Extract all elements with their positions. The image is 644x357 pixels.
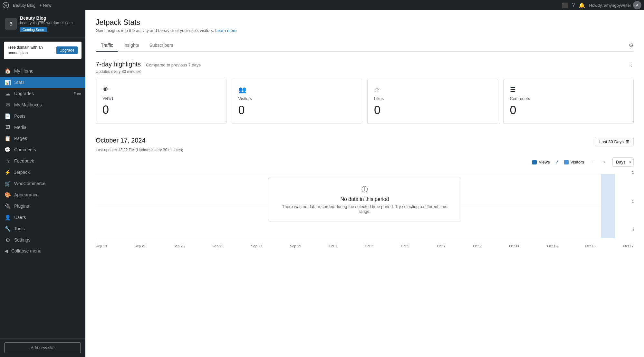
chart-section: October 17, 2024 Last 30 Days ⊞ Last upd… <box>96 137 634 248</box>
upgrades-icon: ☁ <box>5 91 11 97</box>
x-label-sep29: Sep 29 <box>290 244 301 248</box>
sidebar-item-upgrades[interactable]: ☁ Upgrades Free <box>0 88 85 99</box>
page-header: Jetpack Stats Gain insights into the act… <box>96 18 634 33</box>
comments-card-icon: ☰ <box>510 86 627 94</box>
views-value: 0 <box>102 103 220 117</box>
tab-insights[interactable]: Insights <box>118 39 144 52</box>
tools-icon: 🔧 <box>5 226 11 232</box>
x-label-oct17: Oct 17 <box>623 244 634 248</box>
wp-logo-icon[interactable]: W <box>3 2 9 8</box>
chart-y-labels: 2 1 0 <box>632 171 634 232</box>
info-icon: ⓘ <box>279 185 451 194</box>
no-data-overlay: ⓘ No data in this period There was no da… <box>268 177 461 222</box>
highlights-title: 7-day highlights <box>96 61 141 68</box>
comments-icon: 💬 <box>5 147 11 153</box>
upgrade-banner-text: Free domain with an annual plan <box>8 45 54 56</box>
sidebar-item-label: My Mailboxes <box>14 102 42 107</box>
topbar: W Beauty Blog + New ⬛ ? 🔔 Howdy, amyngby… <box>0 0 644 10</box>
sidebar-item-tools[interactable]: 🔧 Tools <box>0 223 85 234</box>
no-data-desc: There was no data recorded during the se… <box>279 204 451 214</box>
site-info: Beauty Blog beautyblog759.wordpress.com … <box>20 15 72 32</box>
topbar-user-label: Howdy, amyngbywriter <box>589 3 631 8</box>
topbar-user[interactable]: Howdy, amyngbywriter A <box>589 1 641 9</box>
likes-value: 0 <box>374 104 491 117</box>
sidebar-item-my-home[interactable]: 🏠 My Home <box>0 65 85 77</box>
tab-subscribers[interactable]: Subscribers <box>144 39 178 52</box>
comments-label: Comments <box>510 96 627 101</box>
y-label-0: 0 <box>632 228 634 232</box>
x-label-sep21: Sep 21 <box>135 244 146 248</box>
legend-visitors-label: Visitors <box>571 160 584 164</box>
sidebar-item-stats[interactable]: 📊 Stats <box>0 77 85 88</box>
svg-rect-5 <box>601 174 615 238</box>
gear-icon[interactable]: ⚙ <box>629 42 634 49</box>
help-icon[interactable]: ? <box>572 2 575 8</box>
site-url[interactable]: beautyblog759.wordpress.com <box>20 21 72 25</box>
sidebar-item-label: WooCommerce <box>14 181 45 186</box>
sidebar-item-users[interactable]: 👤 Users <box>0 212 85 223</box>
sidebar-item-label: Pages <box>14 136 27 141</box>
upgrade-button[interactable]: Upgrade <box>56 46 78 54</box>
x-label-oct1: Oct 1 <box>329 244 337 248</box>
stat-card-likes: ☆ Likes 0 <box>367 79 498 124</box>
sidebar-item-appearance[interactable]: 🎨 Appearance <box>0 189 85 201</box>
site-icon: B <box>5 18 17 30</box>
sidebar-item-label: Posts <box>14 114 25 119</box>
sidebar-nav: 🏠 My Home 📊 Stats ☁ Upgrades Free ✉ My M… <box>0 63 85 338</box>
stats-icon: 📊 <box>5 79 11 85</box>
chart-date: October 17, 2024 <box>96 137 146 144</box>
sidebar-item-label: Users <box>14 215 26 220</box>
settings-icon: ⚙ <box>5 237 11 243</box>
last-30-days-button[interactable]: Last 30 Days ⊞ <box>595 137 634 146</box>
collapse-menu-label: Collapse menu <box>11 248 41 253</box>
tabs-bar: Traffic Insights Subscribers ⚙ <box>96 39 634 52</box>
likes-label: Likes <box>374 96 491 101</box>
y-label-1: 1 <box>632 199 634 203</box>
notifications-icon[interactable]: 🔔 <box>579 2 585 8</box>
more-actions[interactable]: ⋮ <box>629 62 634 68</box>
sidebar-item-settings[interactable]: ⚙ Settings <box>0 234 85 246</box>
sidebar-item-pages[interactable]: 📋 Pages <box>0 133 85 144</box>
prev-arrow-button[interactable]: ← <box>589 158 598 166</box>
tab-traffic[interactable]: Traffic <box>96 39 118 52</box>
x-axis: Sep 19 Sep 21 Sep 23 Sep 25 Sep 27 Sep 2… <box>96 243 634 248</box>
coming-soon-badge[interactable]: Coming Soon <box>20 27 47 32</box>
collapse-menu-item[interactable]: ◀ Collapse menu <box>0 246 85 256</box>
next-arrow-button[interactable]: → <box>599 158 607 166</box>
x-label-sep23: Sep 23 <box>173 244 185 248</box>
home-icon: 🏠 <box>5 68 11 74</box>
page-title: Jetpack Stats <box>96 18 634 27</box>
upgrade-banner: Free domain with an annual plan Upgrade <box>4 42 82 59</box>
sidebar-item-jetpack[interactable]: ⚡ Jetpack <box>0 167 85 178</box>
check-icon: ✓ <box>555 160 559 165</box>
main-content: Jetpack Stats Gain insights into the act… <box>85 10 644 357</box>
topbar-site-label[interactable]: Beauty Blog <box>13 3 35 8</box>
site-name[interactable]: Beauty Blog <box>20 15 72 21</box>
x-label-oct15: Oct 15 <box>585 244 595 248</box>
x-label-sep19: Sep 19 <box>96 244 107 248</box>
sidebar-item-feedback[interactable]: ☆ Feedback <box>0 155 85 167</box>
topbar-new-button[interactable]: + New <box>39 3 51 8</box>
legend-views: Views <box>532 160 550 164</box>
posts-icon: 📄 <box>5 113 11 119</box>
sidebar-item-media[interactable]: 🖼 Media <box>0 122 85 133</box>
views-label: Views <box>102 96 220 101</box>
x-label-oct5: Oct 5 <box>401 244 409 248</box>
learn-more-link[interactable]: Learn more <box>215 28 236 33</box>
add-new-site-button[interactable]: Add new site <box>5 342 81 353</box>
sidebar-item-comments[interactable]: 💬 Comments <box>0 144 85 155</box>
chart-date-group: October 17, 2024 <box>96 137 146 144</box>
svg-text:W: W <box>4 4 7 7</box>
sidebar-item-woocommerce[interactable]: 🛒 WooCommerce <box>0 178 85 189</box>
page-subtitle: Gain insights into the activity and beha… <box>96 28 634 33</box>
days-select[interactable]: Days <box>612 157 634 167</box>
x-label-oct3: Oct 3 <box>365 244 373 248</box>
feedback-icon: ☆ <box>5 158 11 164</box>
stat-card-views: 👁 Views 0 <box>96 79 226 124</box>
x-label-oct7: Oct 7 <box>437 244 445 248</box>
sidebar-item-my-mailboxes[interactable]: ✉ My Mailboxes <box>0 99 85 111</box>
stat-cards: 👁 Views 0 👥 Visitors 0 ☆ Likes 0 ☰ Comme… <box>96 79 634 124</box>
sidebar-item-posts[interactable]: 📄 Posts <box>0 111 85 122</box>
go-icon[interactable]: ⬛ <box>562 2 568 8</box>
sidebar-item-plugins[interactable]: 🔌 Plugins <box>0 201 85 212</box>
